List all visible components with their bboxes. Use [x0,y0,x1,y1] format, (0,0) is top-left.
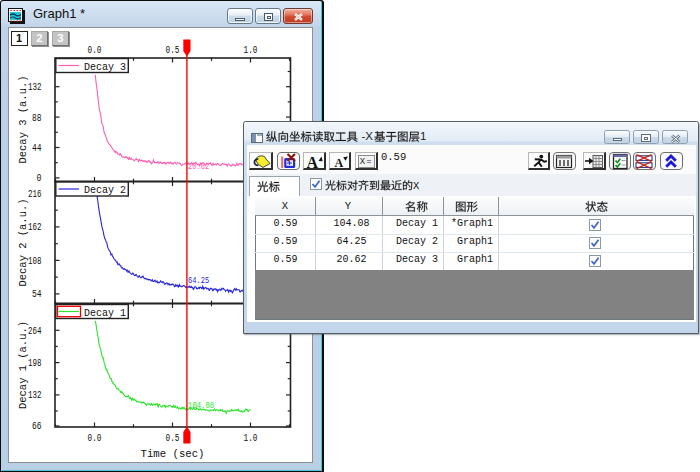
svg-text:Decay 2: Decay 2 [84,184,126,196]
svg-text:Decay 3: Decay 3 [84,61,126,73]
svg-text:Decay 2 (a.u.): Decay 2 (a.u.) [17,199,29,287]
svg-text:Decay 1 (a.u.): Decay 1 (a.u.) [17,321,29,409]
svg-text:0: 0 [37,173,42,184]
svg-text:1.0: 1.0 [244,433,258,444]
svg-text:0.5: 0.5 [166,433,180,444]
svg-text:132: 132 [28,82,42,93]
svg-text:198: 198 [28,358,42,369]
svg-text:0.5: 0.5 [166,45,180,56]
svg-text:1.0: 1.0 [244,45,258,56]
svg-text:Decay 1: Decay 1 [84,307,126,319]
svg-text:A: A [334,155,343,169]
svg-text:44: 44 [32,143,42,154]
svg-text:20.62: 20.62 [188,162,209,172]
svg-text:108: 108 [28,256,42,267]
svg-text:Time (sec): Time (sec) [141,447,205,460]
svg-text:0.0: 0.0 [88,433,102,444]
svg-text:132: 132 [28,390,42,401]
svg-text:264: 264 [28,326,42,337]
svg-text:162: 162 [28,222,42,233]
svg-text:A: A [307,153,319,170]
svg-text:64.25: 64.25 [188,276,209,286]
svg-text:66: 66 [32,421,42,432]
svg-text:Decay 3 (a.u.): Decay 3 (a.u.) [17,76,29,164]
svg-text:54: 54 [32,289,42,300]
svg-text:0.0: 0.0 [88,45,102,56]
svg-text:216: 216 [28,189,42,200]
svg-text:88: 88 [32,113,42,124]
svg-text:104.08: 104.08 [188,401,214,411]
